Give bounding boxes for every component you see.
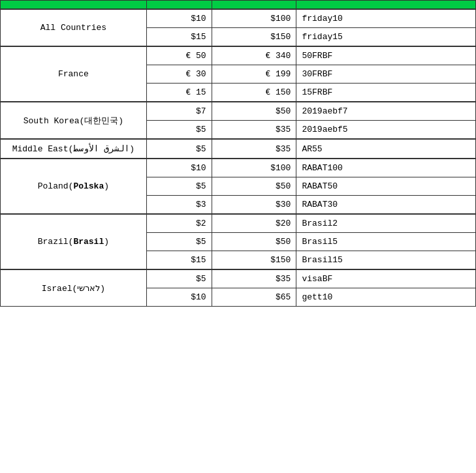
promo-cell: visaBF xyxy=(296,269,476,288)
order-cell: € 340 xyxy=(212,46,296,65)
region-cell: Israel(לארשי) xyxy=(1,269,147,307)
header-coupon xyxy=(146,1,212,10)
order-cell: $35 xyxy=(212,121,296,140)
promo-cell: friday15 xyxy=(296,28,476,47)
order-cell: $150 xyxy=(212,251,296,270)
coupon-cell: $5 xyxy=(146,269,212,288)
order-cell: $35 xyxy=(212,139,296,159)
promo-cell: RABAT30 xyxy=(296,196,476,215)
coupon-cell: € 30 xyxy=(146,65,212,84)
coupon-cell: $2 xyxy=(146,214,212,233)
coupon-cell: $15 xyxy=(146,28,212,47)
promo-table: All Countries$10$100friday10$15$150frida… xyxy=(0,0,476,307)
region-cell: Brazil(Brasil) xyxy=(1,214,147,269)
coupon-cell: $3 xyxy=(146,196,212,215)
promo-cell: 2019aebf5 xyxy=(296,121,476,140)
promo-cell: AR55 xyxy=(296,139,476,159)
promo-cell: 15FRBF xyxy=(296,84,476,102)
promo-cell: 2019aebf7 xyxy=(296,102,476,121)
coupon-cell: $10 xyxy=(146,9,212,28)
promo-cell: Brasil2 xyxy=(296,214,476,233)
region-cell: South Korea(대한민국) xyxy=(1,102,147,139)
table-row: All Countries$10$100friday10 xyxy=(1,9,476,28)
header-region xyxy=(1,1,147,10)
order-cell: $150 xyxy=(212,28,296,47)
promo-cell: Brasil5 xyxy=(296,233,476,251)
header-row xyxy=(1,1,476,10)
table-row: Poland(Polska)$10$100RABAT100 xyxy=(1,159,476,177)
table-row: Israel(לארשי)$5$35visaBF xyxy=(1,269,476,288)
order-cell: $65 xyxy=(212,288,296,307)
coupon-cell: $5 xyxy=(146,177,212,196)
table-row: France€ 50€ 34050FRBF xyxy=(1,46,476,65)
coupon-cell: $5 xyxy=(146,121,212,140)
table-row: South Korea(대한민국)$7$502019aebf7 xyxy=(1,102,476,121)
order-cell: $50 xyxy=(212,233,296,251)
promo-cell: 30FRBF xyxy=(296,65,476,84)
coupon-cell: $10 xyxy=(146,288,212,307)
order-cell: $100 xyxy=(212,159,296,177)
coupon-cell: $10 xyxy=(146,159,212,177)
table-body: All Countries$10$100friday10$15$150frida… xyxy=(1,9,476,307)
region-cell: All Countries xyxy=(1,9,147,46)
order-cell: $35 xyxy=(212,269,296,288)
promo-cell: RABAT50 xyxy=(296,177,476,196)
region-cell: Poland(Polska) xyxy=(1,159,147,214)
order-cell: $50 xyxy=(212,102,296,121)
promo-cell: RABAT100 xyxy=(296,159,476,177)
order-cell: $20 xyxy=(212,214,296,233)
order-cell: $50 xyxy=(212,177,296,196)
region-cell: France xyxy=(1,46,147,102)
table-row: Brazil(Brasil)$2$20Brasil2 xyxy=(1,214,476,233)
table-row: Middle East(الشرق الأوسط)$5$35AR55 xyxy=(1,139,476,159)
order-cell: € 150 xyxy=(212,84,296,102)
coupon-cell: € 50 xyxy=(146,46,212,65)
order-cell: $30 xyxy=(212,196,296,215)
promo-cell: 50FRBF xyxy=(296,46,476,65)
promo-cell: gett10 xyxy=(296,288,476,307)
promo-cell: Brasil15 xyxy=(296,251,476,270)
header-promo xyxy=(296,1,476,10)
coupon-cell: $15 xyxy=(146,251,212,270)
header-order xyxy=(212,1,296,10)
coupon-cell: $5 xyxy=(146,233,212,251)
coupon-cell: $5 xyxy=(146,139,212,159)
region-cell: Middle East(الشرق الأوسط) xyxy=(1,139,147,159)
order-cell: € 199 xyxy=(212,65,296,84)
promo-cell: friday10 xyxy=(296,9,476,28)
order-cell: $100 xyxy=(212,9,296,28)
coupon-cell: $7 xyxy=(146,102,212,121)
coupon-cell: € 15 xyxy=(146,84,212,102)
